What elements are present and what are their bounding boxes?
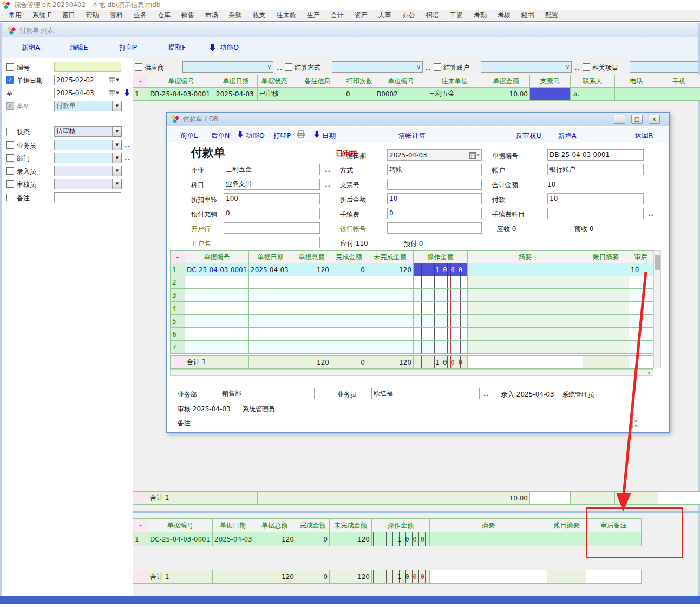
column-header[interactable]: 单据编号 [148, 519, 213, 532]
salesman-field[interactable]: 欧红福 [371, 388, 480, 399]
auditor-select-arrow[interactable]: ▼ [113, 179, 122, 189]
date-filter-checkbox[interactable]: ✓ [6, 76, 14, 84]
grid-cell[interactable] [249, 315, 292, 328]
prepay-offset-field[interactable]: 0 [224, 208, 320, 219]
print-button[interactable]: 打印P [119, 43, 137, 52]
function-menu-button[interactable]: 功能O [246, 131, 265, 141]
column-header[interactable]: 单位编号 [375, 75, 427, 88]
column-header[interactable]: 联系人 [571, 75, 615, 88]
menu-item[interactable]: 资料 [104, 11, 128, 20]
status-filter-checkbox[interactable] [6, 128, 14, 135]
grid-cell[interactable] [249, 328, 292, 341]
column-header[interactable]: 审后备注 [586, 519, 642, 532]
menu-item[interactable]: 人事 [373, 11, 397, 20]
menu-item[interactable]: 业务 [128, 11, 152, 20]
cell-post-note[interactable] [586, 532, 642, 546]
dialog-title-bar[interactable]: 付款单 / DB [167, 113, 669, 126]
settle-method-dots[interactable]: .. [426, 64, 431, 72]
cell-date[interactable]: 2025-04-03 [249, 263, 292, 276]
settle-account-select[interactable]: ∨ [481, 61, 572, 73]
extract-button[interactable]: 提取F [168, 43, 186, 52]
note-field[interactable] [220, 417, 632, 428]
grid-cell[interactable] [414, 276, 468, 289]
chevron-down-icon[interactable]: ▼ [116, 90, 119, 96]
grid-cell[interactable] [583, 302, 629, 315]
scrollbar-thumb[interactable] [655, 255, 660, 270]
cell-memo[interactable] [468, 263, 583, 276]
column-header[interactable]: 单据编号 [185, 251, 249, 263]
salesman-picker-dots[interactable]: .. [125, 141, 130, 149]
grid-cell[interactable] [583, 289, 629, 302]
enterprise-picker-dots[interactable]: .. [325, 166, 331, 174]
menu-item[interactable]: 会计 [325, 11, 349, 20]
dept-select-arrow[interactable]: ▼ [113, 153, 122, 163]
grid-cell[interactable] [468, 289, 583, 302]
discount-field[interactable]: 100 [224, 193, 320, 204]
grid-cell[interactable] [367, 289, 414, 302]
cell-done[interactable]: 0 [331, 263, 367, 276]
settle-account-checkbox[interactable] [434, 63, 441, 71]
cell-undone[interactable]: 120 [367, 263, 414, 276]
print-button[interactable]: 打印P [273, 131, 291, 141]
column-header[interactable]: 单据总额 [292, 251, 331, 263]
grid-cell[interactable] [185, 341, 249, 354]
column-header[interactable]: 未完成金额 [367, 251, 414, 263]
settle-account-dots[interactable]: .. [574, 64, 580, 72]
doc-no-field[interactable]: DB-25-04-03-0001 [547, 149, 644, 161]
cell-done[interactable]: 0 [296, 532, 330, 546]
check-no-field[interactable] [387, 179, 482, 190]
grid-cell[interactable] [468, 341, 583, 354]
grid-cell[interactable] [292, 302, 331, 315]
fee-subject-field[interactable] [547, 208, 644, 219]
column-header[interactable]: 单据总额 [253, 519, 296, 532]
grid-cell[interactable] [249, 302, 292, 315]
column-header[interactable]: 操作金额 [372, 519, 430, 532]
menu-item[interactable]: 考勤 [468, 11, 492, 20]
bank-account-field[interactable] [387, 222, 482, 234]
note-filter-checkbox[interactable] [6, 194, 14, 201]
back-button[interactable]: 返回R [635, 131, 653, 141]
salesman-picker-dots[interactable]: .. [483, 390, 489, 398]
settle-method-select[interactable]: ∨ [332, 61, 423, 73]
grid-cell[interactable] [249, 289, 292, 302]
grid-cell[interactable] [414, 328, 468, 341]
dept-picker-dots[interactable]: .. [125, 154, 130, 162]
grid-cell[interactable] [249, 276, 292, 289]
cell-phone[interactable] [615, 88, 658, 101]
method-field[interactable]: 转账 [387, 164, 482, 175]
grid-cell[interactable] [185, 328, 249, 341]
cell-amount[interactable]: 10.00 [482, 88, 530, 101]
grid-cell[interactable] [468, 315, 583, 328]
date-from-field[interactable]: 2025-02-02 ▼ [54, 75, 121, 85]
grid-cell[interactable] [629, 289, 653, 302]
grid-cell[interactable] [331, 302, 367, 315]
column-header[interactable]: - [171, 251, 185, 263]
status-select[interactable]: 待审核 [54, 126, 113, 137]
date-to-field[interactable]: 2025-04-03 ▼ [54, 88, 121, 98]
cell-mobile[interactable] [658, 88, 700, 101]
grid-cell[interactable] [185, 289, 249, 302]
cell-acct-memo[interactable] [547, 532, 586, 546]
menu-item[interactable]: 系统 F [27, 11, 57, 20]
cell-memo[interactable] [430, 532, 547, 546]
grid-cell[interactable] [629, 341, 653, 354]
column-header[interactable]: 支票号 [530, 75, 571, 88]
menu-item[interactable]: 资产 [349, 11, 373, 20]
grid-cell[interactable] [414, 341, 468, 354]
settle-method-checkbox[interactable] [285, 63, 292, 71]
spinner-up-icon[interactable]: ▲ [634, 418, 637, 422]
grid-cell[interactable] [185, 315, 249, 328]
down-arrow-icon[interactable] [124, 89, 130, 98]
new-button[interactable]: 新增A [558, 131, 577, 141]
vertical-scrollbar[interactable] [653, 250, 661, 368]
dept-filter-checkbox[interactable] [6, 154, 14, 162]
menu-item[interactable]: 配置 [540, 11, 564, 20]
scroll-right-arrow[interactable]: ▸ [648, 370, 651, 375]
payment-field[interactable]: 10 [547, 193, 644, 204]
grid-cell[interactable] [292, 315, 331, 328]
grid-cell[interactable] [367, 315, 414, 328]
entry-select-arrow[interactable]: ▼ [113, 166, 122, 176]
supplier-picker-dots[interactable]: .. [277, 64, 283, 72]
dept-select[interactable] [54, 153, 113, 163]
cell-unit-no[interactable]: B0002 [375, 88, 427, 101]
